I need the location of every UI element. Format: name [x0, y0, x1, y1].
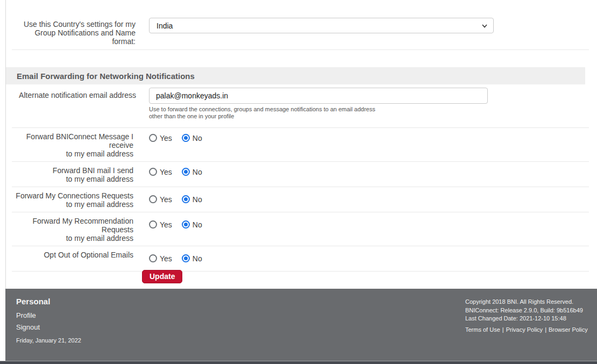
- release-line: BNIConnect: Release 2.9.0, Build: 9b516b…: [465, 306, 588, 315]
- radio-yes[interactable]: [149, 220, 157, 229]
- radio-no-label[interactable]: No: [193, 254, 202, 263]
- radio-no-label[interactable]: No: [193, 195, 202, 204]
- radio-group: Yes No: [149, 219, 202, 229]
- row-forward-bni-mail: Forward BNI mail I send to my email addr…: [12, 162, 589, 187]
- footer-heading-personal: Personal: [16, 297, 50, 306]
- radio-group: Yes No: [149, 133, 202, 142]
- radio-yes-label[interactable]: Yes: [160, 254, 172, 263]
- radio-no[interactable]: [182, 134, 190, 142]
- country-select-value: India: [157, 22, 481, 30]
- radio-no-label[interactable]: No: [193, 134, 202, 142]
- radio-no-label[interactable]: No: [193, 168, 202, 176]
- section-header-email-forwarding: Email Forwarding for Networking Notifica…: [6, 67, 585, 84]
- radio-group: Yes No: [149, 253, 202, 263]
- row-label: Opt Out of Optional Emails: [12, 251, 133, 259]
- radio-no-label[interactable]: No: [193, 220, 202, 229]
- radio-no[interactable]: [182, 168, 190, 176]
- alternate-email-label: Alternate notification email address: [12, 91, 136, 99]
- row-label: Forward My Connections Requests to my em…: [12, 191, 133, 209]
- row-label: Forward BNI mail I send to my email addr…: [12, 166, 133, 183]
- radio-no[interactable]: [182, 195, 190, 203]
- row-label: Forward My Recommendation Requests to my…: [12, 217, 133, 242]
- alternate-email-input[interactable]: [149, 88, 488, 104]
- chevron-down-icon: [481, 23, 488, 29]
- footer-copyright-block: Copyright 2018 BNI. All Rights Reserved.…: [465, 298, 588, 334]
- radio-yes-label[interactable]: Yes: [160, 220, 172, 229]
- link-separator: |: [545, 326, 546, 333]
- row-forward-connections-requests: Forward My Connections Requests to my em…: [12, 187, 589, 212]
- footer-date: Friday, January 21, 2022: [16, 337, 81, 344]
- country-select[interactable]: India: [149, 18, 494, 33]
- row-label: Forward BNIConnect Message I receive to …: [12, 132, 133, 158]
- footer-link-signout[interactable]: Signout: [16, 323, 40, 331]
- privacy-policy-link[interactable]: Privacy Policy: [506, 326, 543, 333]
- footer-link-profile[interactable]: Profile: [16, 311, 36, 319]
- footer-legal-links: Terms of Use|Privacy Policy|Browser Poli…: [465, 326, 588, 334]
- radio-yes-label[interactable]: Yes: [160, 195, 172, 204]
- page-footer: Personal Profile Signout Friday, January…: [5, 289, 597, 361]
- country-settings-label: Use this Country's settings for my Group…: [12, 20, 136, 46]
- radio-yes[interactable]: [149, 134, 157, 142]
- content-left-border: [5, 0, 6, 289]
- row-opt-out-optional-emails: Opt Out of Optional Emails Yes No: [12, 246, 589, 272]
- notification-settings-rows: Forward BNIConnect Message I receive to …: [12, 128, 589, 272]
- radio-group: Yes No: [149, 194, 202, 204]
- browser-policy-link[interactable]: Browser Policy: [549, 326, 588, 333]
- radio-yes[interactable]: [149, 254, 157, 262]
- copyright-line: Copyright 2018 BNI. All Rights Reserved.: [465, 298, 588, 306]
- update-button[interactable]: Update: [142, 270, 182, 283]
- last-changed-line: Last Changed Date: 2021-12-10 15:48: [465, 315, 588, 323]
- terms-of-use-link[interactable]: Terms of Use: [465, 326, 500, 333]
- radio-yes[interactable]: [149, 168, 157, 176]
- alternate-email-helper-text: Use to forward the connections, groups a…: [149, 106, 450, 120]
- radio-no[interactable]: [182, 220, 190, 229]
- radio-yes-label[interactable]: Yes: [160, 134, 172, 142]
- link-separator: |: [502, 326, 504, 333]
- footer-bottom-strip: [0, 361, 597, 364]
- radio-no[interactable]: [182, 254, 190, 262]
- radio-group: Yes No: [149, 167, 202, 176]
- radio-yes[interactable]: [149, 195, 157, 203]
- radio-yes-label[interactable]: Yes: [160, 168, 172, 176]
- row-forward-recommendation-requests: Forward My Recommendation Requests to my…: [12, 212, 589, 246]
- row-forward-bniconnect-message: Forward BNIConnect Message I receive to …: [12, 128, 589, 162]
- divider: [12, 49, 589, 50]
